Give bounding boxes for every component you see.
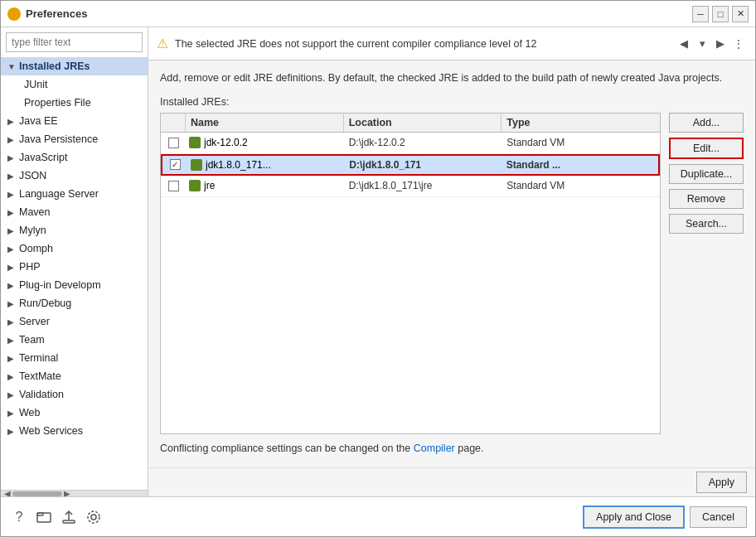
help-button[interactable]: ? <box>9 507 29 527</box>
open-workspace-button[interactable] <box>34 507 54 527</box>
jre-name: jre <box>204 180 215 191</box>
sidebar: ▼ Installed JREs JUnit Properties File ▶… <box>1 27 148 496</box>
expand-arrow: ▶ <box>7 244 19 254</box>
compiler-link[interactable]: Compiler <box>414 443 455 454</box>
table-row[interactable]: ✓ jdk1.8.0_171... D:\jdk1.8.0_171 Standa… <box>161 154 660 176</box>
maximize-button[interactable]: □ <box>712 6 729 22</box>
apply-section: Apply and Close Cancel <box>583 506 747 529</box>
row-checkbox[interactable] <box>161 179 186 193</box>
warning-back-button[interactable]: ◀ <box>676 36 692 52</box>
row-checkbox[interactable]: ✓ <box>162 157 187 172</box>
jre-name: jdk1.8.0_171... <box>206 159 271 171</box>
expand-arrow: ▶ <box>7 172 19 181</box>
warning-dropdown-button[interactable]: ▾ <box>694 36 710 52</box>
apply-button[interactable]: Apply <box>696 472 747 493</box>
warning-bar: ⚠ The selected JRE does not support the … <box>148 27 755 60</box>
expand-arrow: ▶ <box>7 117 19 126</box>
sidebar-horizontal-scrollbar[interactable]: ◀ ▶ <box>1 490 148 496</box>
jre-icon <box>191 159 202 171</box>
sidebar-item-server[interactable]: ▶ Server <box>1 312 148 331</box>
svg-rect-0 <box>37 513 51 522</box>
jre-icon <box>189 180 201 191</box>
minimize-button[interactable]: ─ <box>692 6 709 22</box>
export-button[interactable] <box>59 507 79 527</box>
sidebar-item-properties-file[interactable]: Properties File <box>1 94 148 112</box>
jre-type: Standard VM <box>502 178 660 193</box>
jre-type: Standard VM <box>502 135 660 150</box>
jre-name-cell: jdk1.8.0_171... <box>187 157 344 172</box>
warning-menu-button[interactable]: ⋮ <box>730 36 747 52</box>
title-bar-controls: ─ □ ✕ <box>692 6 749 22</box>
sidebar-item-javascript[interactable]: ▶ JavaScript <box>1 148 148 167</box>
remove-button[interactable]: Remove <box>669 189 744 209</box>
sidebar-item-oomph[interactable]: ▶ Oomph <box>1 239 148 258</box>
sidebar-item-plug-in-development[interactable]: ▶ Plug-in Developm <box>1 276 148 294</box>
table-row[interactable]: jre D:\jdk1.8.0_171\jre Standard VM <box>161 176 660 197</box>
expand-arrow: ▶ <box>7 427 19 436</box>
main-content: ▼ Installed JREs JUnit Properties File ▶… <box>1 27 755 496</box>
expand-arrow: ▶ <box>7 390 19 399</box>
expand-arrow: ▶ <box>7 299 19 308</box>
installed-jre-label: Installed JREs: <box>160 96 744 108</box>
sidebar-item-run-debug[interactable]: ▶ Run/Debug <box>1 294 148 312</box>
jre-location: D:\jdk1.8.0_171 <box>344 157 501 172</box>
sidebar-item-terminal[interactable]: ▶ Terminal <box>1 349 148 367</box>
scroll-left-arrow[interactable]: ◀ <box>2 489 12 496</box>
sidebar-item-maven[interactable]: ▶ Maven <box>1 203 148 221</box>
checkbox-checked[interactable]: ✓ <box>170 159 181 170</box>
jre-name-cell: jdk-12.0.2 <box>186 135 344 150</box>
col-name: Name <box>186 114 344 132</box>
scroll-right-arrow[interactable]: ▶ <box>62 489 72 496</box>
sidebar-item-junit[interactable]: JUnit <box>1 75 148 94</box>
sidebar-item-java-persistence[interactable]: ▶ Java Persistence <box>1 130 148 148</box>
expand-arrow: ▶ <box>7 317 19 327</box>
right-panel: ⚠ The selected JRE does not support the … <box>148 27 755 496</box>
scrollbar-thumb[interactable] <box>12 491 62 496</box>
checkbox[interactable] <box>168 138 179 148</box>
row-checkbox[interactable] <box>161 136 186 150</box>
sidebar-item-mylyn[interactable]: ▶ Mylyn <box>1 221 148 239</box>
expand-arrow: ▶ <box>7 336 19 345</box>
duplicate-button[interactable]: Duplicate... <box>669 164 744 184</box>
apply-close-button[interactable]: Apply and Close <box>583 506 685 529</box>
warning-text: The selected JRE does not support the cu… <box>175 38 669 50</box>
expand-arrow: ▶ <box>7 263 19 272</box>
table-row[interactable]: jdk-12.0.2 D:\jdk-12.0.2 Standard VM <box>161 133 660 154</box>
checkbox[interactable] <box>168 181 179 191</box>
warning-forward-button[interactable]: ▶ <box>712 36 729 52</box>
settings-icon <box>86 510 101 525</box>
side-buttons: Add... Edit... Duplicate... Remove Searc… <box>669 113 744 434</box>
cancel-button[interactable]: Cancel <box>690 506 747 528</box>
compliance-text-after: page. <box>455 443 484 454</box>
svg-rect-1 <box>37 513 43 515</box>
sidebar-item-php[interactable]: ▶ PHP <box>1 258 148 276</box>
sidebar-item-language-server[interactable]: ▶ Language Server <box>1 185 148 203</box>
tree-area: ▼ Installed JREs JUnit Properties File ▶… <box>1 57 148 490</box>
sidebar-item-installed-jres[interactable]: ▼ Installed JREs <box>1 57 148 75</box>
settings-button[interactable] <box>84 507 104 527</box>
sidebar-item-web-services[interactable]: ▶ Web Services <box>1 422 148 440</box>
edit-button[interactable]: Edit... <box>669 138 744 159</box>
sidebar-item-team[interactable]: ▶ Team <box>1 331 148 349</box>
col-checkbox <box>161 114 186 132</box>
expand-arrow: ▶ <box>7 226 19 235</box>
close-button[interactable]: ✕ <box>732 6 749 22</box>
panel-body: Add, remove or edit JRE definitions. By … <box>148 60 755 467</box>
add-button[interactable]: Add... <box>669 113 744 133</box>
sidebar-item-web[interactable]: ▶ Web <box>1 404 148 422</box>
compliance-text-before: Conflicting compliance settings can be c… <box>160 443 414 454</box>
search-button[interactable]: Search... <box>669 214 744 234</box>
jre-name-cell: jre <box>186 178 344 193</box>
filter-input[interactable] <box>6 32 143 52</box>
warning-nav: ◀ ▾ ▶ ⋮ <box>676 36 747 52</box>
jre-type: Standard ... <box>502 157 658 172</box>
sidebar-item-textmate[interactable]: ▶ TextMate <box>1 367 148 385</box>
window-icon <box>7 7 21 21</box>
jre-icon <box>189 137 201 148</box>
sidebar-item-validation[interactable]: ▶ Validation <box>1 385 148 404</box>
bottom-bar: ? Apply and <box>1 496 755 536</box>
export-icon <box>61 510 76 525</box>
sidebar-item-java-ee[interactable]: ▶ Java EE <box>1 112 148 130</box>
sidebar-item-json[interactable]: ▶ JSON <box>1 167 148 185</box>
expand-arrow: ▶ <box>7 354 19 363</box>
